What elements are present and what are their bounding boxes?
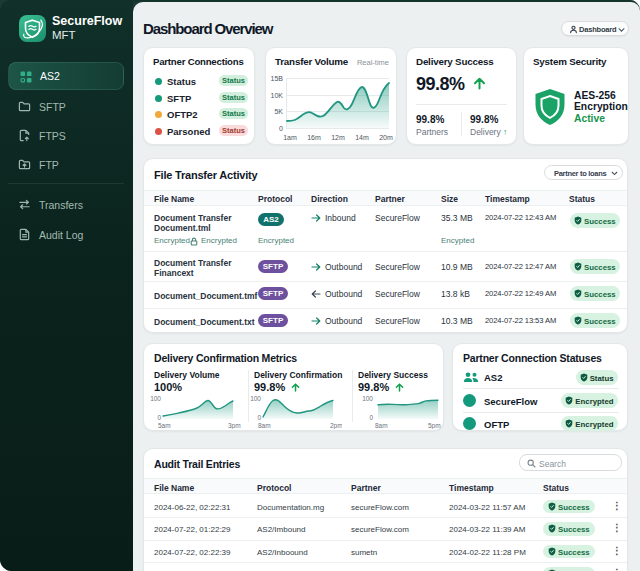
svg-text:5K: 5K [274,108,283,115]
svg-text:5am: 5am [158,422,171,429]
svg-text:8am: 8am [375,422,388,429]
svg-text:0: 0 [279,125,283,132]
svg-text:5pm: 5pm [428,422,441,429]
svg-text:0: 0 [257,414,261,421]
svg-text:100: 100 [362,395,373,402]
svg-text:10K: 10K [271,92,284,99]
svg-text:8am: 8am [258,422,271,429]
svg-text:1am: 1am [283,134,297,141]
svg-text:3pm: 3pm [228,422,241,429]
svg-text:2pm: 2pm [330,422,342,429]
svg-text:100: 100 [150,395,161,402]
svg-text:20m: 20m [379,134,393,141]
svg-text:15B: 15B [271,75,284,82]
svg-text:100: 100 [250,395,261,402]
svg-text:12m: 12m [331,134,345,141]
svg-text:16m: 16m [307,134,321,141]
svg-text:0: 0 [157,414,161,421]
svg-text:0: 0 [369,414,373,421]
svg-text:14m: 14m [355,134,369,141]
